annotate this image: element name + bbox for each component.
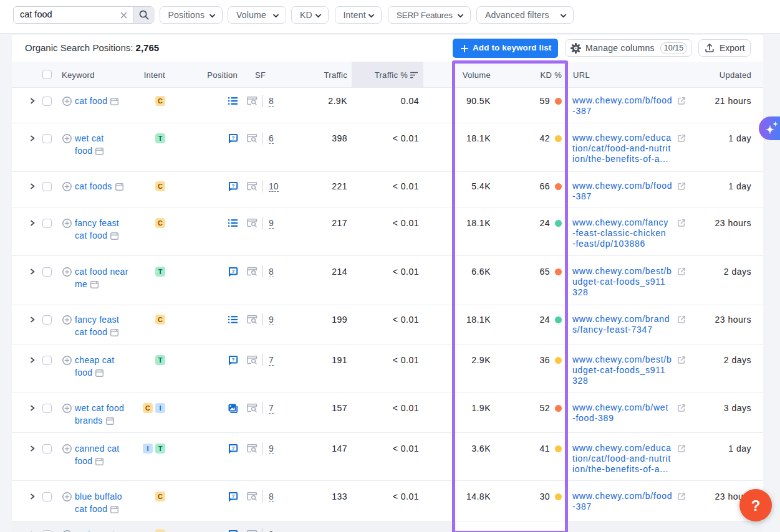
svg-text:?: ? [232,135,235,141]
svg-text:?: ? [232,183,235,189]
svg-text:?: ? [232,357,235,363]
svg-text:?: ? [232,493,235,499]
svg-text:?: ? [232,268,235,274]
svg-text:?: ? [232,445,235,451]
